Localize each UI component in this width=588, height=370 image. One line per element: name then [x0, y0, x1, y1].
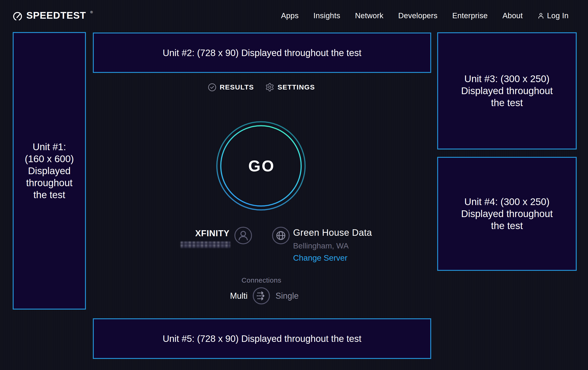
server-globe-icon [272, 227, 290, 245]
ad-line: Unit #3: (300 x 250) [461, 73, 553, 85]
go-button[interactable]: GO [215, 120, 307, 212]
nav-insights[interactable]: Insights [313, 11, 340, 20]
multi-connection-arrows-icon [252, 287, 270, 305]
tab-results-label: RESULTS [220, 83, 254, 91]
ad-line: Unit #5: (728 x 90) Displayed throughout… [163, 333, 361, 344]
ad-line: Unit #4: (300 x 250) [461, 196, 553, 208]
ad-line: the test [25, 189, 74, 201]
go-label: GO [215, 120, 307, 212]
ad-unit-5[interactable]: Unit #5: (728 x 90) Displayed throughout… [93, 318, 431, 359]
ad-line: the test [461, 97, 553, 109]
ad-line: (160 x 600) [25, 153, 74, 165]
nav-about[interactable]: About [503, 11, 523, 20]
isp-name: XFINITY [162, 229, 230, 238]
tab-results[interactable]: RESULTS [208, 83, 254, 91]
logo-text: SPEEDTEST [26, 10, 86, 21]
ad-line: the test [461, 220, 553, 232]
view-tabs: RESULTS SETTINGS [215, 83, 308, 92]
ad-line: Displayed throughout [461, 85, 553, 97]
ad-unit-2[interactable]: Unit #2: (728 x 90) Displayed throughout… [93, 32, 431, 73]
change-server-link[interactable]: Change Server [293, 253, 347, 262]
speedtest-logo[interactable]: SPEEDTEST ® [12, 10, 93, 22]
server-name: Green House Data [293, 228, 372, 238]
ad-unit-1[interactable]: Unit #1: (160 x 600) Displayed throughou… [13, 32, 86, 310]
speedtest-gauge-icon [12, 11, 23, 22]
gear-icon [265, 83, 274, 92]
nav-apps[interactable]: Apps [281, 11, 299, 20]
nav-developers[interactable]: Developers [398, 11, 437, 20]
ad-unit-4-text: Unit #4: (300 x 250) Displayed throughou… [461, 196, 553, 232]
connections-single-option[interactable]: Single [275, 291, 299, 301]
nav-login[interactable]: Log In [537, 11, 569, 20]
speedtest-page: SPEEDTEST ® Apps Insights Network Develo… [0, 0, 588, 370]
tab-settings[interactable]: SETTINGS [265, 83, 315, 92]
ad-unit-3-text: Unit #3: (300 x 250) Displayed throughou… [461, 73, 553, 109]
main-nav: Apps Insights Network Developers Enterpr… [281, 11, 569, 20]
ad-line: Unit #1: [25, 141, 74, 153]
ad-line: Unit #2: (728 x 90) Displayed throughout… [163, 47, 361, 58]
ad-unit-4[interactable]: Unit #4: (300 x 250) Displayed throughou… [437, 157, 577, 271]
ad-unit-2-text: Unit #2: (728 x 90) Displayed throughout… [163, 47, 361, 58]
check-circle-icon [208, 83, 216, 91]
logo-trademark: ® [90, 10, 93, 14]
ad-line: Displayed [25, 165, 74, 177]
top-nav-bar: SPEEDTEST ® Apps Insights Network Develo… [0, 0, 588, 31]
ad-line: throughout [25, 177, 74, 189]
isp-masked-detail [181, 241, 230, 248]
nav-network[interactable]: Network [355, 11, 383, 20]
tab-settings-label: SETTINGS [278, 83, 315, 91]
login-label: Log In [547, 11, 569, 20]
isp-avatar-icon [234, 227, 252, 245]
ad-line: Displayed throughout [461, 208, 553, 220]
connections-toggle[interactable] [252, 287, 270, 306]
ad-unit-3[interactable]: Unit #3: (300 x 250) Displayed throughou… [437, 32, 577, 150]
server-location: Bellingham, WA [293, 241, 349, 250]
ad-unit-5-text: Unit #5: (728 x 90) Displayed throughout… [163, 333, 361, 344]
user-icon [537, 12, 544, 19]
ad-unit-1-text: Unit #1: (160 x 600) Displayed throughou… [25, 141, 74, 201]
nav-enterprise[interactable]: Enterprise [452, 11, 488, 20]
connections-label: Connections [215, 276, 308, 284]
connections-multi-option[interactable]: Multi [201, 291, 248, 301]
